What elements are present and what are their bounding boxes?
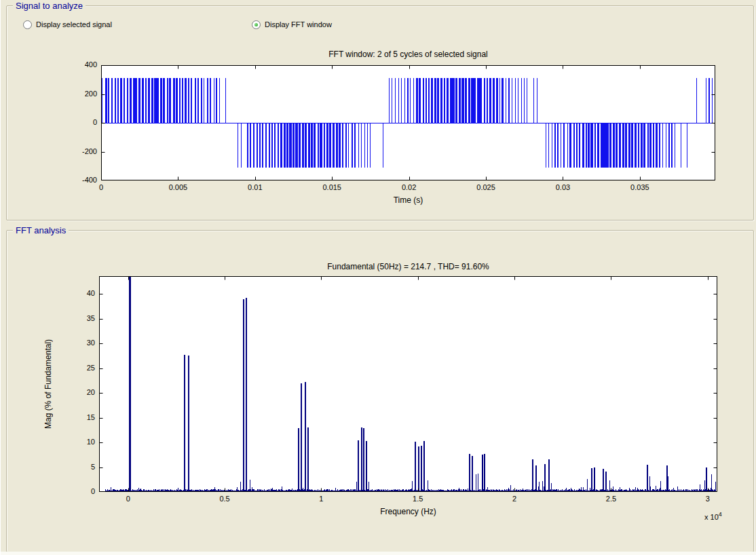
- window-bottom-edge: [1, 552, 756, 555]
- x-tick-label: 0.03: [556, 183, 570, 191]
- radio-label: Display selected signal: [36, 20, 112, 28]
- x-axis-multiplier: x 104: [704, 511, 722, 521]
- y-tick-label: 200: [67, 90, 97, 98]
- y-tick-label: 30: [65, 339, 95, 347]
- y-tick-label: -400: [67, 176, 97, 184]
- radio-display-selected-signal[interactable]: Display selected signal: [23, 20, 112, 29]
- x-tick-label: 0.01: [248, 183, 262, 191]
- signal-panel-title: Signal to analyze: [13, 1, 86, 11]
- fft-window-chart-canvas: [101, 65, 715, 180]
- y-tick-label: 20: [65, 388, 95, 396]
- fft-window-chart-title: FFT window: 2 of 5 cycles of selected si…: [101, 50, 715, 59]
- spectrum-chart-canvas: [99, 276, 717, 492]
- y-tick-label: 10: [65, 438, 95, 446]
- y-tick-label: 400: [67, 60, 97, 69]
- frequency-axis-label: Frequency (Hz): [99, 507, 717, 516]
- y-tick-label: 5: [65, 463, 95, 471]
- y-tick-label: 0: [65, 487, 95, 495]
- y-tick-label: 40: [65, 289, 95, 297]
- time-axis-label: Time (s): [101, 195, 715, 205]
- x-tick-label: 3: [706, 495, 710, 503]
- spectrum-chart: 00.511.522.530510152025303540: [99, 276, 717, 492]
- x-tick-label: 0.025: [476, 183, 495, 191]
- y-tick-label: -200: [67, 147, 97, 155]
- magnitude-axis-label: Mag (% of Fundamental): [43, 276, 53, 492]
- x-tick-label: 0: [126, 495, 130, 503]
- y-tick-label: 25: [65, 364, 95, 372]
- x-tick-label: 0.005: [169, 183, 188, 191]
- x-tick-label: 0.5: [219, 495, 229, 503]
- y-tick-label: 35: [65, 314, 95, 322]
- x-tick-label: 0: [99, 183, 103, 191]
- fft-window-chart: 00.0050.010.0150.020.0250.030.035-400-20…: [101, 65, 715, 180]
- spectrum-chart-title: Fundamental (50Hz) = 214.7 , THD= 91.60%: [99, 262, 717, 271]
- x-tick-label: 0.02: [402, 183, 416, 191]
- x-tick-label: 0.015: [322, 183, 341, 191]
- radio-display-fft-window[interactable]: Display FFT window: [252, 20, 332, 29]
- x-tick-label: 0.035: [630, 183, 649, 191]
- x-tick-label: 2: [512, 495, 516, 503]
- y-tick-label: 15: [65, 413, 95, 421]
- x-tick-label: 1: [319, 495, 323, 503]
- radio-icon[interactable]: [23, 20, 32, 29]
- radio-icon[interactable]: [252, 20, 261, 29]
- x-tick-label: 1.5: [413, 495, 423, 503]
- radio-label: Display FFT window: [265, 20, 332, 28]
- y-tick-label: 0: [67, 118, 97, 126]
- powergui-fft-analysis-window: { "window": { "background": "#ece9d8", "…: [0, 0, 756, 555]
- x-tick-label: 2.5: [606, 495, 616, 503]
- fft-panel-title: FFT analysis: [13, 225, 69, 235]
